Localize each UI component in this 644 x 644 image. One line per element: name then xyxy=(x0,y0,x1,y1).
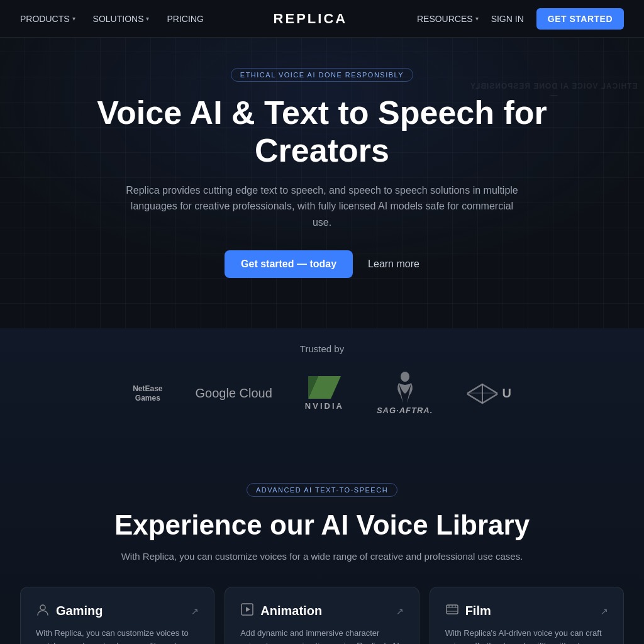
sag-figure-icon xyxy=(396,372,414,403)
card-title-film: Film xyxy=(465,604,491,618)
card-desc-film: With Replica's AI-driven voice you can c… xyxy=(445,627,608,644)
card-title-row: Film xyxy=(445,602,491,619)
hero-title: Voice AI & Text to Speech for Creators xyxy=(64,94,580,170)
nav-right: RESOURCES ▾ SIGN IN GET STARTED xyxy=(417,8,624,30)
nav-solutions[interactable]: SOLUTIONS ▾ xyxy=(93,14,150,24)
ethical-badge: ETHICAL VOICE AI DONE RESPONSIBLY xyxy=(231,68,413,82)
card-title-row: Animation xyxy=(240,602,322,619)
nav-pricing[interactable]: PRICING xyxy=(167,14,203,24)
voice-library-subtitle: With Replica, you can customize voices f… xyxy=(20,551,624,562)
trusted-section: Trusted by NetEaseGames Google Cloud NVI… xyxy=(0,328,644,445)
hero-learn-button[interactable]: Learn more xyxy=(368,258,419,270)
logo-row: NetEaseGames Google Cloud NVIDIA SAG·AFT… xyxy=(20,372,624,415)
nav-left: PRODUCTS ▾ SOLUTIONS ▾ PRICING xyxy=(20,14,204,24)
signin-button[interactable]: SIGN IN xyxy=(491,14,524,24)
nav-resources[interactable]: RESOURCES ▾ xyxy=(417,14,479,24)
hero-subtitle: Replica provides cutting edge text to sp… xyxy=(121,182,523,231)
card-desc-animation: Add dynamic and immersive character voic… xyxy=(240,627,403,644)
card-film: Film ↗ With Replica's AI-driven voice yo… xyxy=(430,587,624,644)
animation-icon xyxy=(240,602,254,619)
card-header-animation: Animation ↗ xyxy=(240,602,403,619)
nvidia-icon xyxy=(308,376,341,399)
chevron-down-icon: ▾ xyxy=(475,15,479,22)
nav-products[interactable]: PRODUCTS ▾ xyxy=(20,14,75,24)
hero-bg-text: ETHICAL VOICE AI DONE RESPONSIBLY— xyxy=(470,82,638,99)
logo-google: Google Cloud xyxy=(196,386,272,401)
logo-sag-aftra: SAG·AFTRA. xyxy=(377,372,433,415)
card-header-gaming: Gaming ↗ xyxy=(36,602,199,619)
film-icon xyxy=(445,602,459,619)
trusted-label: Trusted by xyxy=(20,343,624,354)
external-link-icon-animation[interactable]: ↗ xyxy=(396,606,404,616)
voice-library-section: ADVANCED AI TEXT-TO-SPEECH Experience ou… xyxy=(0,445,644,644)
site-logo[interactable]: REPLICA xyxy=(274,11,348,27)
logo-netease: NetEaseGames xyxy=(133,384,162,402)
external-link-icon-gaming[interactable]: ↗ xyxy=(191,606,199,616)
advanced-badge: ADVANCED AI TEXT-TO-SPEECH xyxy=(247,483,397,497)
external-link-icon-film[interactable]: ↗ xyxy=(601,606,608,616)
hero-buttons: Get started — today Learn more xyxy=(20,250,624,278)
card-gaming: Gaming ↗ With Replica, you can customize… xyxy=(20,587,214,644)
svg-point-6 xyxy=(40,605,45,610)
hero-section: ETHICAL VOICE AI DONE RESPONSIBLY— ETHIC… xyxy=(0,38,644,328)
logo-nvidia: NVIDIA xyxy=(305,376,344,411)
navbar: PRODUCTS ▾ SOLUTIONS ▾ PRICING REPLICA R… xyxy=(0,0,644,38)
cards-grid: Gaming ↗ With Replica, you can customize… xyxy=(20,587,624,644)
chevron-down-icon: ▾ xyxy=(72,15,75,22)
chevron-down-icon: ▾ xyxy=(146,15,149,22)
card-title-gaming: Gaming xyxy=(56,604,103,618)
logo-unity: U xyxy=(465,383,511,404)
gaming-icon xyxy=(36,602,50,619)
get-started-nav-button[interactable]: GET STARTED xyxy=(536,8,624,30)
card-header-film: Film ↗ xyxy=(445,602,608,619)
voice-library-title: Experience our AI Voice Library xyxy=(20,509,624,541)
hero-cta-button[interactable]: Get started — today xyxy=(225,250,353,278)
card-title-animation: Animation xyxy=(260,604,322,618)
svg-point-2 xyxy=(401,372,409,382)
unity-icon xyxy=(465,383,499,404)
svg-marker-8 xyxy=(246,607,250,612)
card-desc-gaming: With Replica, you can customize voices t… xyxy=(36,627,199,644)
card-title-row: Gaming xyxy=(36,602,103,619)
card-animation: Animation ↗ Add dynamic and immersive ch… xyxy=(225,587,419,644)
